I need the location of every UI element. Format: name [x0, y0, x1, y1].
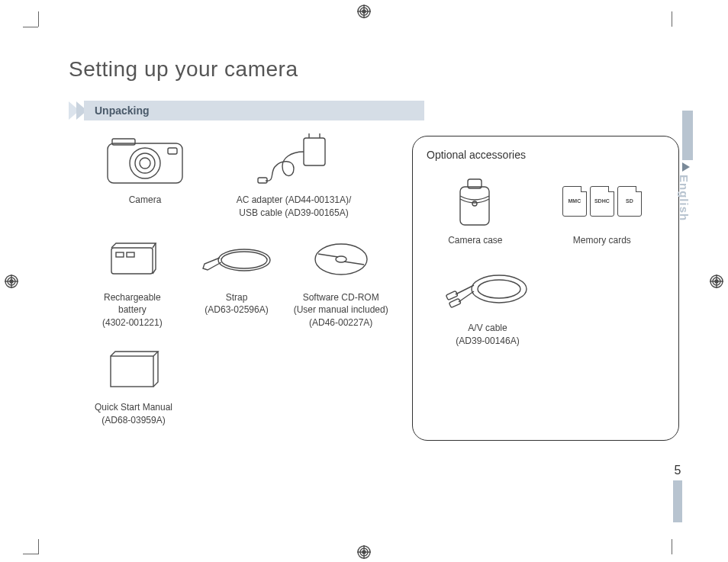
svg-point-34 [221, 252, 267, 268]
item-label: (4302-001221) [84, 316, 181, 329]
item-label: Software CD-ROM [292, 291, 389, 304]
crop-mark [23, 554, 38, 554]
included-items: Camera AC adapter (AD44-00131A)/ USB cab… [84, 136, 389, 441]
item-strap: Strap (AD63-02596A) [188, 233, 285, 329]
sdhc-card-icon: SDHC [590, 186, 614, 217]
svg-rect-26 [304, 138, 325, 165]
adapter-icon [214, 136, 374, 189]
svg-rect-25 [168, 148, 177, 154]
svg-rect-31 [116, 252, 124, 257]
item-label: (AD68-03959A) [84, 414, 183, 427]
item-label: A/V cable [442, 322, 533, 335]
crop-mark [38, 539, 39, 554]
optional-heading: Optional accessories [427, 149, 665, 161]
svg-point-4 [362, 10, 366, 13]
svg-rect-24 [112, 139, 135, 145]
item-memory-cards: MMC SDHC SD Memory cards [561, 175, 643, 247]
item-manual: Quick Start Manual (AD68-03959A) [84, 343, 183, 427]
item-label: Memory cards [561, 234, 643, 247]
svg-point-19 [715, 280, 718, 283]
page-content: Setting up your camera Unpacking Camera … [46, 34, 679, 538]
case-icon [448, 175, 502, 228]
item-label: Rechargeable [84, 291, 181, 304]
crop-mark [672, 11, 672, 27]
crop-mark [672, 539, 672, 554]
cd-icon [292, 233, 389, 287]
item-label: Camera case [448, 234, 502, 247]
item-label: AC adapter (AD44-00131A)/ [214, 194, 374, 207]
item-cdrom: Software CD-ROM (User manual included) (… [292, 233, 389, 329]
item-label: (AD39-00146A) [442, 335, 533, 348]
registration-mark-icon [5, 275, 18, 288]
page-title: Setting up your camera [69, 57, 679, 82]
memory-cards-icon: MMC SDHC SD [561, 175, 643, 228]
registration-mark-icon [357, 5, 371, 18]
language-label: English [678, 175, 691, 221]
sd-card-icon: SD [617, 186, 642, 217]
section-header: Unpacking [69, 101, 679, 120]
svg-point-14 [10, 280, 13, 283]
battery-icon [84, 233, 181, 287]
registration-mark-icon [357, 545, 371, 559]
item-camera: Camera [84, 136, 206, 220]
svg-rect-46 [449, 298, 461, 307]
item-label: (User manual included) [292, 303, 389, 316]
item-label: battery [84, 303, 181, 316]
crop-mark [23, 27, 38, 27]
item-label: Strap [188, 291, 285, 304]
arrow-right-icon [682, 162, 690, 172]
section-heading: Unpacking [95, 104, 150, 117]
item-battery: Rechargeable battery (4302-001221) [84, 233, 181, 329]
page-number: 5 [673, 464, 682, 522]
camera-icon [84, 136, 206, 189]
item-label: (AD46-00227A) [292, 316, 389, 329]
svg-point-42 [472, 201, 477, 206]
item-label: Quick Start Manual [84, 401, 183, 414]
optional-accessories-box: Optional accessories Camera case MMC SDH… [412, 136, 679, 441]
language-tab: English [673, 111, 693, 221]
svg-point-33 [218, 249, 270, 271]
svg-point-22 [135, 153, 155, 173]
page-number-value: 5 [673, 464, 682, 477]
svg-point-44 [478, 280, 520, 298]
svg-point-23 [140, 158, 150, 169]
svg-rect-45 [446, 291, 458, 300]
item-label: USB cable (AD39-00165A) [214, 207, 374, 220]
svg-rect-32 [127, 252, 134, 257]
registration-mark-icon [710, 275, 723, 288]
mmc-card-icon: MMC [562, 186, 587, 217]
item-av-cable: A/V cable (AD39-00146A) [442, 262, 533, 348]
svg-line-37 [318, 254, 338, 257]
svg-line-38 [344, 262, 364, 265]
manual-icon [84, 343, 183, 397]
svg-point-21 [130, 148, 160, 178]
item-ac-adapter: AC adapter (AD44-00131A)/ USB cable (AD3… [214, 136, 374, 220]
item-camera-case: Camera case [448, 175, 502, 247]
svg-rect-20 [108, 143, 182, 183]
cable-icon [442, 262, 533, 316]
crop-mark [38, 11, 39, 27]
item-label: Camera [84, 194, 206, 207]
svg-rect-30 [111, 248, 153, 274]
svg-point-9 [362, 551, 366, 554]
svg-rect-39 [111, 356, 153, 387]
strap-icon [188, 233, 285, 287]
item-label: (AD63-02596A) [188, 303, 285, 316]
svg-point-35 [315, 244, 367, 275]
